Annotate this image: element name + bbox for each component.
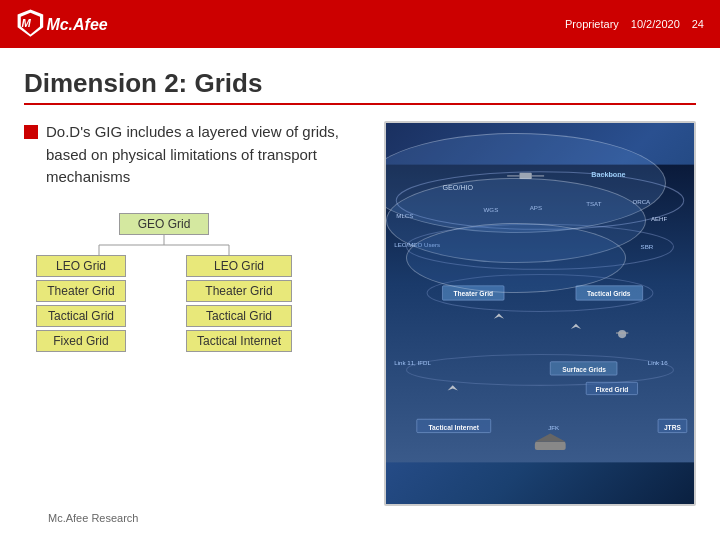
svg-text:Fixed Grid: Fixed Grid bbox=[595, 386, 628, 393]
svg-text:Tactical Internet: Tactical Internet bbox=[428, 424, 479, 431]
header-metadata: Proprietary 10/2/2020 24 bbox=[565, 18, 704, 30]
list-item: Tactical Grid bbox=[36, 305, 126, 327]
svg-text:Tactical Grids: Tactical Grids bbox=[587, 290, 631, 297]
bullet-icon bbox=[24, 125, 38, 139]
right-panel: Backbone GEO/HIO MLCS WGS APS TSAT ORCA … bbox=[384, 121, 696, 506]
svg-text:JFK: JFK bbox=[548, 424, 560, 431]
right-column: LEO Grid Theater Grid Tactical Grid Tact… bbox=[186, 255, 292, 352]
list-item: Theater Grid bbox=[186, 280, 292, 302]
svg-text:M: M bbox=[22, 17, 32, 29]
bullet-item: Do.D's GIG includes a layered view of gr… bbox=[24, 121, 364, 189]
list-item: Fixed Grid bbox=[36, 330, 126, 352]
svg-point-46 bbox=[618, 330, 626, 338]
meo-layer bbox=[406, 223, 626, 293]
svg-text:JTRS: JTRS bbox=[664, 424, 682, 431]
date-label: 10/2/2020 bbox=[631, 18, 680, 30]
mcafee-logo: M Mc.Afee bbox=[16, 8, 112, 40]
page-number: 24 bbox=[692, 18, 704, 30]
list-item: Tactical Internet bbox=[186, 330, 292, 352]
page-title: Dimension 2: Grids bbox=[24, 68, 696, 105]
geo-grid-box: GEO Grid bbox=[119, 213, 209, 235]
content-area: Do.D's GIG includes a layered view of gr… bbox=[24, 121, 696, 506]
list-item: Tactical Grid bbox=[186, 305, 292, 327]
svg-text:AEHF: AEHF bbox=[651, 215, 668, 222]
header-bar: M Mc.Afee Proprietary 10/2/2020 24 bbox=[0, 0, 720, 48]
list-item: Theater Grid bbox=[36, 280, 126, 302]
svg-text:SBR: SBR bbox=[641, 243, 654, 250]
geo-grid-container: GEO Grid LEO Grid Theater bbox=[24, 213, 304, 352]
footer: Mc.Afee Research bbox=[24, 506, 696, 530]
list-item: LEO Grid bbox=[186, 255, 292, 277]
proprietary-label: Proprietary bbox=[565, 18, 619, 30]
svg-text:Link 16: Link 16 bbox=[648, 359, 668, 366]
svg-text:Mc.Afee: Mc.Afee bbox=[46, 16, 107, 33]
svg-text:Surface Grids: Surface Grids bbox=[562, 366, 606, 373]
two-columns: LEO Grid Theater Grid Tactical Grid Fixe… bbox=[36, 255, 292, 352]
left-column: LEO Grid Theater Grid Tactical Grid Fixe… bbox=[36, 255, 126, 352]
svg-text:Link 11, IFDL: Link 11, IFDL bbox=[394, 359, 431, 366]
bullet-text: Do.D's GIG includes a layered view of gr… bbox=[46, 121, 364, 189]
tree-connector bbox=[44, 235, 284, 255]
grid-image: Backbone GEO/HIO MLCS WGS APS TSAT ORCA … bbox=[386, 123, 694, 504]
footer-text: Mc.Afee Research bbox=[48, 512, 138, 524]
left-panel: Do.D's GIG includes a layered view of gr… bbox=[24, 121, 364, 506]
list-item: LEO Grid bbox=[36, 255, 126, 277]
grid-diagram: GEO Grid LEO Grid Theater bbox=[24, 213, 364, 352]
main-content: Dimension 2: Grids Do.D's GIG includes a… bbox=[0, 48, 720, 540]
svg-rect-44 bbox=[535, 442, 566, 450]
